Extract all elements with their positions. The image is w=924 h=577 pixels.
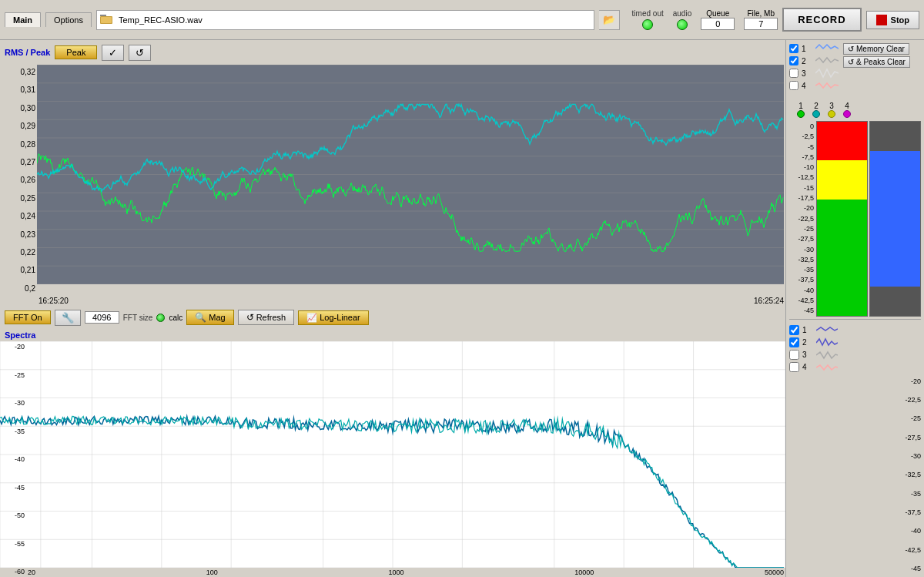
- waveform-ch2-icon: [815, 55, 839, 66]
- mag-button[interactable]: 🔍 Mag: [186, 310, 233, 325]
- peaks-clear-button[interactable]: ↺ & Peaks Clear: [843, 56, 910, 68]
- vu-scale-label: -45: [789, 307, 814, 314]
- refresh-button[interactable]: ↺ Refresh: [238, 310, 295, 325]
- spectra-ch1-checkbox[interactable]: [789, 325, 799, 335]
- time-start: 16:25:20: [38, 297, 69, 305]
- file-mb-label: File, Mb: [747, 9, 775, 18]
- right-vu-label: -42,5: [789, 546, 921, 554]
- right-vu-label: -32,5: [789, 471, 921, 478]
- vu-scale-label: -32,5: [789, 256, 814, 263]
- spectra-y-label: -60: [2, 568, 25, 575]
- memory-section: ↺ Memory Clear ↺ & Peaks Clear: [843, 43, 910, 91]
- waveform-ch1-row: 1: [789, 43, 839, 54]
- spectra-ch2-checkbox[interactable]: [789, 337, 799, 347]
- spectra-y-label: -50: [2, 512, 25, 519]
- vu-bar-bg-2: [870, 122, 920, 316]
- x-axis-labels: 2010010001000050000: [26, 568, 785, 577]
- waveform-ch3-row: 3: [789, 68, 839, 79]
- waveform-ch2-checkbox[interactable]: [789, 56, 798, 65]
- x-axis-label: 1000: [388, 569, 403, 576]
- dot-4: [843, 110, 851, 118]
- waveform-y-label: 0,30: [2, 104, 35, 112]
- waveform-ch4-checkbox[interactable]: [789, 81, 798, 90]
- svg-rect-2: [101, 17, 112, 23]
- dot-label-3: 3: [829, 102, 834, 110]
- fft-icon-btn[interactable]: 🔧: [55, 310, 81, 326]
- log-linear-button[interactable]: 📈 Log-Linear: [298, 310, 369, 325]
- channel-dots: 1 2 3 4: [789, 102, 921, 118]
- waveform-ch1-label: 1: [802, 45, 812, 53]
- vu-bar-bg-1: [817, 122, 867, 316]
- x-axis-label: 10000: [574, 569, 594, 576]
- waveform-canvas: [37, 65, 784, 284]
- fft-on-button[interactable]: FFT On: [5, 310, 51, 324]
- file-mb-box: File, Mb 7: [744, 9, 778, 30]
- calc-label: calc: [169, 314, 182, 322]
- record-button[interactable]: RECORD: [782, 8, 861, 32]
- waveform-y-label: 0,29: [2, 122, 35, 130]
- vu-scale-label: -37,5: [789, 276, 814, 283]
- fft-size-display: 4096: [85, 311, 119, 324]
- waveform-ch2-row: 2: [789, 55, 839, 66]
- peak-button[interactable]: Peak: [55, 45, 97, 59]
- vu-scale-label: -42,5: [789, 297, 814, 304]
- spectra-ch4-checkbox[interactable]: [789, 362, 799, 372]
- spectra-y-label: -25: [2, 371, 25, 379]
- queue-value: 0: [701, 18, 735, 30]
- waveform-channels: 1 2 3: [789, 43, 839, 92]
- tab-main[interactable]: Main: [5, 12, 41, 27]
- spectra-ch3-row: 3: [789, 350, 921, 361]
- file-name-input[interactable]: [116, 11, 594, 29]
- queue-label: Queue: [706, 9, 729, 18]
- waveform-y-label: 0,31: [2, 86, 35, 94]
- stop-icon: [876, 15, 887, 25]
- vu-scale-label: -22,5: [789, 215, 814, 223]
- status-group: timed out audio Queue 0 File, Mb 7: [632, 9, 778, 30]
- timed-out-led: [642, 19, 653, 30]
- tab-options[interactable]: Options: [45, 12, 92, 27]
- fft-controls: FFT On 🔧 4096 FFT size calc 🔍 Mag ↺ Refr…: [0, 306, 785, 329]
- waveform-ch3-checkbox[interactable]: [789, 69, 798, 78]
- spectra-ch3-label: 3: [802, 351, 813, 359]
- file-mb-value: 7: [744, 18, 778, 30]
- waveform-ch3-icon: [815, 68, 839, 79]
- reset-button[interactable]: ✓: [102, 45, 124, 61]
- spectra-ch2-label: 2: [802, 338, 813, 347]
- waveform-ch4-row: 4: [789, 80, 839, 91]
- spectra-y-label: -20: [2, 343, 25, 351]
- folder-btn[interactable]: 📂: [599, 10, 620, 30]
- memory-clear-button[interactable]: ↺ Memory Clear: [843, 43, 909, 55]
- dot-col-4: 4: [843, 102, 851, 118]
- spectra-y-label: -55: [2, 540, 25, 548]
- waveform-ch4-icon: [815, 80, 839, 91]
- stop-button[interactable]: Stop: [866, 11, 919, 29]
- waveform-ch1-icon: [815, 43, 839, 54]
- time-end: 16:25:24: [754, 297, 784, 305]
- file-input-area: [96, 10, 594, 30]
- right-vu-label: -20: [789, 377, 921, 385]
- x-axis-label: 20: [28, 569, 35, 576]
- vu-scale-label: -30: [789, 246, 814, 253]
- spectra-ch3-checkbox[interactable]: [789, 350, 799, 360]
- waveform-y-label: 0,23: [2, 230, 35, 239]
- dot-label-2: 2: [814, 102, 819, 110]
- right-vu-label: -45: [789, 565, 921, 572]
- vu-scale-label: -7,5: [789, 153, 814, 161]
- top-bar: Main Options 📂 timed out audio Queue 0 F…: [0, 0, 924, 40]
- refresh-wave-button[interactable]: ↺: [129, 45, 151, 61]
- spectra-y-label: -40: [2, 455, 25, 463]
- dot-1: [797, 110, 805, 118]
- spectra-ch1-label: 1: [802, 326, 813, 334]
- waveform-y-label: 0,22: [2, 248, 35, 257]
- spectra-label-text: Spectra: [0, 329, 785, 341]
- spectra-canvas: [0, 341, 785, 568]
- right-panel: 1 2 3: [785, 40, 924, 577]
- refresh-mem-icon: ↺: [848, 45, 854, 53]
- vu-scale-label: -20: [789, 204, 814, 212]
- right-divider: [789, 319, 921, 320]
- x-axis-label: 50000: [765, 569, 784, 576]
- waveform-ch1-checkbox[interactable]: [789, 44, 798, 53]
- vu-scale-label: -35: [789, 266, 814, 273]
- waveform-y-label: 0,21: [2, 266, 35, 274]
- waveform-canvas-wrapper: [37, 65, 784, 288]
